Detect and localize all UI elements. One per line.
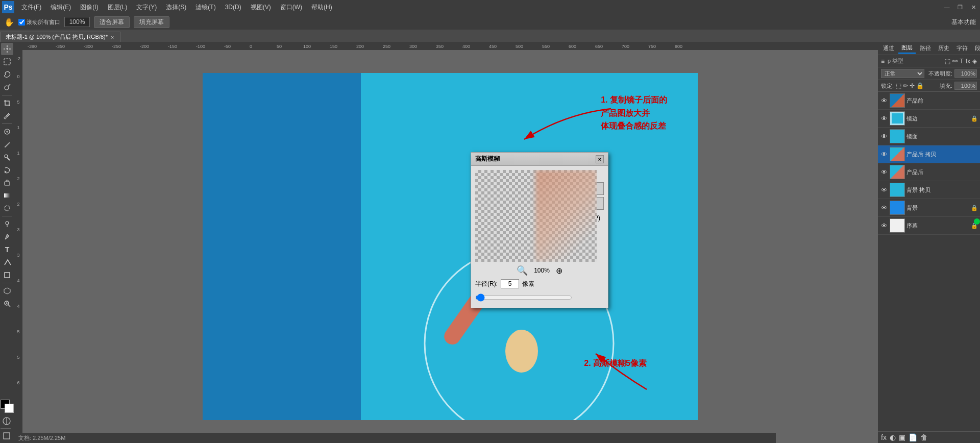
add-mask-icon[interactable]: ◐ <box>890 433 896 441</box>
fill-screen-button[interactable]: 填充屏幕 <box>134 16 169 28</box>
eyedropper-tool[interactable] <box>1 110 13 122</box>
menu-file[interactable]: 文件(F) <box>17 2 45 13</box>
close-button[interactable]: ✕ <box>967 0 980 14</box>
3d-tool[interactable] <box>1 285 13 297</box>
minimize-button[interactable]: — <box>940 0 953 14</box>
quick-select-tool[interactable] <box>1 81 13 93</box>
tab-paragraph[interactable]: 段落 <box>972 43 980 53</box>
layer-visibility-eye[interactable]: 👁 <box>880 222 888 230</box>
layer-item-product-after[interactable]: 👁 产品后 <box>878 163 980 181</box>
tab-channels[interactable]: 通道 <box>880 43 897 53</box>
svg-text:500: 500 <box>516 44 523 49</box>
dodge-tool[interactable] <box>1 218 13 230</box>
spot-heal-tool[interactable] <box>1 126 13 138</box>
type-icon[interactable]: T <box>960 58 963 65</box>
zoom-tool[interactable] <box>1 298 13 310</box>
zoom-value-input[interactable]: 100% <box>64 17 90 27</box>
fill-input[interactable] <box>954 82 977 90</box>
tab-history[interactable]: 历史 <box>935 43 952 53</box>
pen-tool[interactable] <box>1 231 13 243</box>
history-brush-tool[interactable] <box>1 164 13 176</box>
svg-text:4: 4 <box>17 304 19 309</box>
radius-input[interactable]: 5 <box>501 279 519 288</box>
zoom-out-icon[interactable]: 🔍 <box>517 265 528 276</box>
crop-tool[interactable] <box>1 97 13 109</box>
menu-layer[interactable]: 图层(L) <box>104 2 132 13</box>
layer-visibility-eye[interactable]: 👁 <box>880 97 888 105</box>
filter-type-icon[interactable]: ≡ <box>881 58 885 65</box>
opacity-input[interactable] <box>954 69 977 78</box>
menu-image[interactable]: 图像(I) <box>76 2 102 13</box>
svg-text:-250: -250 <box>112 44 121 49</box>
lasso-tool[interactable] <box>1 68 13 81</box>
delete-layer-icon[interactable]: 🗑 <box>920 433 927 441</box>
brush-tool[interactable] <box>1 138 13 151</box>
screen-mode-tool[interactable] <box>1 430 13 442</box>
layer-thumbnail <box>890 93 905 108</box>
background-color[interactable] <box>5 404 14 413</box>
menu-3d[interactable]: 3D(D) <box>221 3 246 12</box>
layer-item-prelude[interactable]: 👁 序幕 🔒 <box>878 217 980 235</box>
selection-tool[interactable] <box>1 56 13 68</box>
layer-item-mirror[interactable]: 👁 镜面 <box>878 128 980 145</box>
tab-close-icon[interactable]: × <box>111 34 114 40</box>
tab-character[interactable]: 字符 <box>953 43 971 53</box>
blend-mode-select[interactable]: 正常 <box>881 69 924 78</box>
menu-window[interactable]: 窗口(W) <box>276 2 306 13</box>
move-tool[interactable] <box>1 43 13 55</box>
document-tab[interactable]: 未标题-1 @ 100% (产品后 拷贝, RGB/8)* × <box>0 32 120 42</box>
menu-edit[interactable]: 编辑(E) <box>46 2 75 13</box>
quick-mask-tool[interactable] <box>1 415 13 427</box>
layer-name: 镜边 <box>906 115 969 122</box>
effect-icon[interactable]: fx <box>966 58 970 65</box>
layer-visibility-eye[interactable]: 👁 <box>880 151 888 158</box>
lock-pixel-icon[interactable]: ⬚ <box>945 58 950 65</box>
lock-transparent-icon[interactable]: ⬚ <box>896 82 901 89</box>
menu-filter[interactable]: 滤镜(T) <box>191 2 219 13</box>
lock-all-icon[interactable]: 🔒 <box>916 82 924 89</box>
menu-help[interactable]: 帮助(H) <box>307 2 336 13</box>
text-tool[interactable]: T <box>1 243 13 256</box>
svg-point-1 <box>5 86 9 90</box>
path-select-tool[interactable] <box>1 256 13 268</box>
layer-visibility-eye[interactable]: 👁 <box>880 133 888 140</box>
blur-tool[interactable] <box>1 202 13 214</box>
new-group-icon[interactable]: ▣ <box>899 433 905 441</box>
tab-paths[interactable]: 路径 <box>917 43 934 53</box>
lock-image-icon[interactable]: ✏ <box>903 82 908 89</box>
lock-position-icon[interactable]: ✛ <box>910 82 915 89</box>
restore-button[interactable]: ❐ <box>953 0 967 14</box>
dialog-title-bar[interactable]: 高斯模糊 × <box>471 153 608 166</box>
menu-view[interactable]: 视图(V) <box>247 2 275 13</box>
layer-item-product-after-copy[interactable]: 👁 产品后 拷贝 <box>878 145 980 163</box>
filter-icon[interactable]: ◈ <box>972 58 977 65</box>
layer-visibility-eye[interactable]: 👁 <box>880 204 888 212</box>
layer-visibility-eye[interactable]: 👁 <box>880 115 888 122</box>
layer-item-bg-copy[interactable]: 👁 背景 拷贝 <box>878 181 980 199</box>
app-icon: Ps <box>2 1 14 13</box>
layer-visibility-eye[interactable]: 👁 <box>880 168 888 176</box>
menu-text[interactable]: 文字(Y) <box>132 2 161 13</box>
dialog-close-button[interactable]: × <box>596 155 604 163</box>
zoom-in-icon[interactable]: ⊕ <box>556 266 562 276</box>
canvas-scroll[interactable]: 1. 复制镜子后面的 产品图放大并 体现叠合感的反差 2. 高斯模糊5像素 <box>22 50 878 443</box>
add-style-icon[interactable]: fx <box>881 433 887 441</box>
shape-tool[interactable] <box>1 269 13 281</box>
scroll-all-checkbox[interactable] <box>18 19 25 26</box>
status-indicator <box>974 218 980 225</box>
layer-visibility-eye[interactable]: 👁 <box>880 186 888 194</box>
eraser-tool[interactable] <box>1 177 13 189</box>
toolbar-separator-5 <box>1 428 11 429</box>
new-layer-icon[interactable]: 📄 <box>909 433 917 441</box>
gradient-tool[interactable] <box>1 189 13 202</box>
svg-text:800: 800 <box>675 44 682 49</box>
tab-layers[interactable]: 图层 <box>898 43 916 54</box>
layer-item-background[interactable]: 👁 背景 🔒 <box>878 199 980 217</box>
link-icon[interactable]: ⚯ <box>952 58 958 65</box>
radius-slider[interactable] <box>475 293 572 302</box>
layer-item-product-front[interactable]: 👁 产品前 <box>878 92 980 110</box>
layer-item-border[interactable]: 👁 镜边 🔒 <box>878 110 980 128</box>
menu-select[interactable]: 选择(S) <box>162 2 190 13</box>
clone-stamp-tool[interactable] <box>1 151 13 163</box>
fit-screen-button[interactable]: 适合屏幕 <box>94 16 130 28</box>
